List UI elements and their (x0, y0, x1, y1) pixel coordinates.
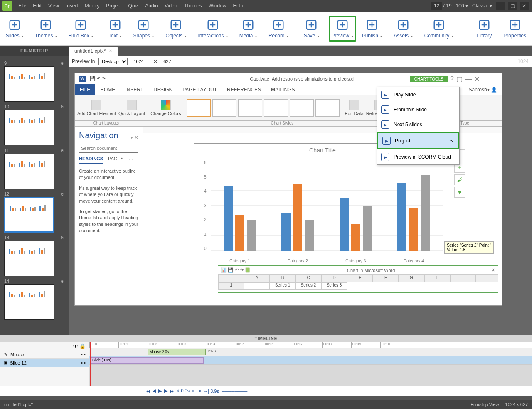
menu-themes[interactable]: Themes (180, 3, 205, 9)
ribbon-shapes[interactable]: Shapes ▾ (127, 19, 160, 39)
track-mouse[interactable]: 🖱 Mouse• • (0, 350, 89, 359)
filmstrip-slide-14[interactable]: 14🖱 (4, 279, 64, 320)
add-chart-element[interactable]: Add Chart Element (77, 100, 116, 116)
ribbon-record[interactable]: Record ▾ (263, 19, 294, 39)
stage: W 💾 ↶ ↷ Captivate_Add responsive simulat… (74, 73, 502, 306)
main-ribbon: Slides ▾Themes ▾Fluid Box ▾Text ▾Shapes … (0, 12, 532, 46)
ribbon-properties[interactable]: Properties (498, 19, 532, 39)
track-slide[interactable]: ▣ Slide 12• • (0, 359, 89, 367)
ribbon-preview[interactable]: Preview ▾ (329, 16, 356, 42)
chart-style-icon[interactable]: 🖌 (454, 174, 465, 185)
device-select[interactable]: Desktop (98, 58, 128, 65)
ribbon-publish[interactable]: Publish ▾ (356, 19, 388, 39)
preview-dropdown: ▶Play Slide▶From this Slide▶Next 5 slide… (377, 87, 460, 165)
play-icon[interactable]: ▶ (158, 388, 162, 394)
nav-search-input[interactable] (79, 144, 138, 153)
filmstrip-header: FILMSTRIP (0, 46, 69, 56)
menu-help[interactable]: Help (229, 3, 246, 9)
step-fwd-icon[interactable]: ▶ (164, 388, 167, 394)
status-bar: untitled1.cptx* Filmstrip View | 1024 x … (0, 400, 532, 409)
layout-select[interactable]: Classic ▾ (472, 3, 492, 9)
skip-end-icon[interactable]: ⏭ (170, 389, 175, 394)
ribbon-text[interactable]: Text ▾ (103, 19, 127, 39)
word-tab-references[interactable]: REFERENCES (222, 84, 266, 95)
filmstrip-slide-10[interactable]: 10🖱 (4, 104, 64, 145)
preview-next-5-slides[interactable]: ▶Next 5 slides (377, 117, 459, 132)
menu-modify[interactable]: Modify (81, 3, 103, 9)
ribbon-assets[interactable]: Assets ▾ (388, 19, 418, 39)
main-area: 9🖱 10🖱 11🖱 12🖱 13🖱 (0, 56, 532, 335)
minimize-icon[interactable]: — (496, 2, 505, 10)
ribbon-community[interactable]: Community ▾ (419, 19, 459, 39)
preview-preview-in-scorm-cloud[interactable]: ▶Preview in SCORM Cloud (377, 149, 459, 164)
menu-video[interactable]: Video (161, 3, 180, 9)
nav-pages[interactable]: PAGES (108, 156, 123, 164)
menu-audio[interactable]: Audio (142, 3, 161, 9)
preview-play-slide[interactable]: ▶Play Slide (377, 87, 459, 102)
menu-edit[interactable]: Edit (30, 3, 45, 9)
menu-view[interactable]: View (45, 3, 62, 9)
menu-insert[interactable]: Insert (62, 3, 81, 9)
timeline-panel: 👁 🔒 🖱 Mouse• • ▣ Slide 12• • 0:0000:0100… (0, 342, 532, 386)
timeline-header: TIMELINE (0, 335, 532, 342)
tab-close-icon[interactable]: × (109, 48, 112, 54)
word-tab-home[interactable]: HOME (95, 84, 120, 95)
chart-tools-label: CHART TOOLS (410, 76, 448, 82)
filmstrip-slide-9[interactable]: 9🖱 (4, 61, 64, 102)
menu-quiz[interactable]: Quiz (125, 3, 142, 9)
preview-from-this-slide[interactable]: ▶From this Slide (377, 102, 459, 117)
navigation-pane: Navigation▾ ✕ HEADINGS PAGES … Create an… (75, 127, 143, 293)
chart-styles-gallery[interactable] (187, 99, 340, 117)
filmstrip-slide-13[interactable]: 13🖱 (4, 235, 64, 276)
word-user[interactable]: Santosh ▾ 👤 (464, 84, 502, 95)
timeline-controls: ⏮ ◀ ▶ ▶ ⏭ ⌖ 0.0s ⇤ ⇥ →| 3.9s ──────── (0, 386, 532, 396)
app-menubar: Cp FileEditViewInsertModifyProjectQuizAu… (0, 0, 532, 12)
page-num: 12 / 19 (431, 3, 452, 9)
menu-project[interactable]: Project (103, 3, 125, 9)
document-tab[interactable]: untitled1.cptx* × (69, 47, 118, 56)
data-tooltip: Series "Series 2" Point "Value: 1.8 (444, 241, 494, 254)
slide-clip[interactable]: Slide (3.9s) (90, 357, 204, 364)
menu-window[interactable]: Window (205, 3, 230, 9)
document-tabs: FILMSTRIP untitled1.cptx* × (0, 46, 532, 56)
stage-height[interactable] (161, 58, 180, 65)
close-icon[interactable]: ✕ (520, 2, 529, 10)
word-tab-page-layout[interactable]: PAGE LAYOUT (177, 84, 222, 95)
filmstrip-slide-12[interactable]: 12🖱 (4, 191, 64, 233)
quick-layout[interactable]: Quick Layout (118, 100, 145, 116)
filmstrip-slide-11[interactable]: 11🖱 (4, 148, 64, 189)
nav-headings[interactable]: HEADINGS (79, 156, 103, 164)
excel-close-icon[interactable]: ✕ (491, 267, 495, 273)
ribbon-save[interactable]: Save ▾ (298, 19, 325, 39)
ribbon-fluid-box[interactable]: Fluid Box ▾ (63, 19, 99, 39)
step-back-icon[interactable]: ◀ (153, 388, 156, 394)
zoom[interactable]: 100 ▾ (456, 3, 468, 9)
preview-bar: Preview in Desktop ✕ 1024 (69, 56, 532, 67)
preview-project[interactable]: ▶Project↖ (377, 132, 459, 149)
chart-filter-icon[interactable]: ▼ (454, 187, 465, 198)
ribbon-media[interactable]: Media ▾ (234, 19, 263, 39)
ribbon-objects[interactable]: Objects ▾ (160, 19, 192, 39)
word-logo-icon: W (79, 76, 86, 82)
ribbon-slides[interactable]: Slides ▾ (0, 19, 29, 39)
edit-data[interactable]: Edit Data (345, 100, 364, 116)
filmstrip-panel: 9🖱 10🖱 11🖱 12🖱 13🖱 (0, 56, 69, 335)
ribbon-themes[interactable]: Themes ▾ (29, 19, 63, 39)
mouse-clip[interactable]: Mouse:2.0s (148, 349, 206, 355)
app-logo: Cp (2, 1, 12, 11)
ribbon-interactions[interactable]: Interactions ▾ (192, 19, 233, 39)
ribbon-library[interactable]: Library (471, 19, 498, 39)
word-tab-mailings[interactable]: MAILINGS (266, 84, 300, 95)
word-tab-insert[interactable]: INSERT (120, 84, 148, 95)
maximize-icon[interactable]: ▢ (508, 2, 517, 10)
canvas-area: Preview in Desktop ✕ 1024 W 💾 ↶ ↷ Captiv… (69, 56, 532, 335)
change-colors[interactable]: Change Colors (150, 100, 181, 116)
word-tab-design[interactable]: DESIGN (148, 84, 177, 95)
word-tab-file[interactable]: FILE (75, 84, 95, 95)
skip-start-icon[interactable]: ⏮ (145, 389, 150, 394)
stage-width[interactable] (131, 58, 150, 65)
menu-file[interactable]: File (15, 3, 30, 9)
